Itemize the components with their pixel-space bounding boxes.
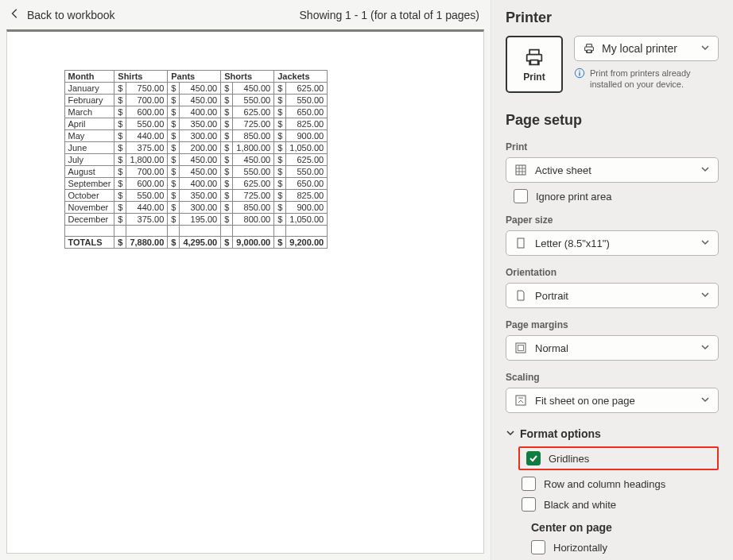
preview-page: MonthShirtsPantsShortsJacketsJanuary$750… <box>39 64 452 249</box>
printer-select[interactable]: My local printer <box>574 36 719 61</box>
paper-size-value: Letter (8.5"x11") <box>535 238 610 249</box>
page-setup-title: Page setup <box>506 112 719 129</box>
paper-size-label: Paper size <box>506 214 719 226</box>
printer-icon <box>523 46 545 68</box>
gridlines-label: Gridlines <box>549 453 589 465</box>
scaling-select[interactable]: Fit sheet on one page <box>506 388 719 413</box>
rowcol-headings-checkbox[interactable]: Row and column headings <box>522 477 719 491</box>
gridlines-checkbox[interactable]: Gridlines <box>526 451 714 465</box>
print-range-value: Active sheet <box>535 164 591 176</box>
scaling-icon <box>514 394 527 407</box>
printer-helper-text: Print from printers already installed on… <box>590 68 719 91</box>
svg-rect-4 <box>518 238 524 248</box>
print-preview-area: MonthShirtsPantsShortsJacketsJanuary$750… <box>6 29 484 554</box>
svg-rect-5 <box>516 343 526 353</box>
format-options-toggle[interactable]: Format options <box>506 427 719 440</box>
checkbox-checked-icon <box>526 451 541 465</box>
print-range-select[interactable]: Active sheet <box>506 157 719 183</box>
print-button-label: Print <box>523 71 545 83</box>
orientation-value: Portrait <box>535 290 568 302</box>
margins-label: Page margins <box>506 319 719 330</box>
margins-select[interactable]: Normal <box>506 335 719 361</box>
checkbox-icon <box>522 477 536 491</box>
chevron-down-icon <box>700 43 710 55</box>
data-table: MonthShirtsPantsShortsJacketsJanuary$750… <box>64 70 328 249</box>
printer-title: Printer <box>506 10 719 26</box>
checkbox-icon <box>514 189 528 203</box>
format-options-label: Format options <box>520 427 601 440</box>
center-horizontally-checkbox[interactable]: Horizontally <box>531 540 719 554</box>
back-label: Back to workbook <box>27 9 115 21</box>
margins-icon <box>514 342 527 354</box>
orientation-select[interactable]: Portrait <box>506 283 719 308</box>
black-white-checkbox[interactable]: Black and white <box>522 497 719 512</box>
chevron-down-icon <box>700 290 710 302</box>
print-button[interactable]: Print <box>506 36 563 93</box>
page-count-label: Showing 1 - 1 (for a total of 1 pages) <box>300 9 479 21</box>
svg-point-1 <box>579 71 580 71</box>
ignore-print-area-label: Ignore print area <box>536 191 611 203</box>
scaling-value: Fit sheet on one page <box>535 395 635 407</box>
ignore-print-area-checkbox[interactable]: Ignore print area <box>514 189 719 203</box>
highlight-box: Gridlines <box>518 446 719 470</box>
scaling-label: Scaling <box>506 372 719 383</box>
info-icon <box>574 68 585 79</box>
paper-size-select[interactable]: Letter (8.5"x11") <box>506 230 719 256</box>
sheet-icon <box>514 164 527 176</box>
chevron-down-icon <box>506 427 515 440</box>
chevron-down-icon <box>700 342 710 354</box>
svg-rect-3 <box>516 165 526 175</box>
printer-name: My local printer <box>602 42 677 55</box>
svg-rect-2 <box>579 72 580 75</box>
chevron-down-icon <box>700 238 710 249</box>
back-arrow-icon <box>10 8 21 21</box>
chevron-down-icon <box>700 395 710 407</box>
back-button[interactable]: Back to workbook <box>6 6 118 23</box>
black-white-label: Black and white <box>544 499 616 511</box>
preview-header: Back to workbook Showing 1 - 1 (for a to… <box>0 0 491 29</box>
printer-small-icon <box>583 42 595 55</box>
portrait-icon <box>514 289 527 302</box>
checkbox-icon <box>531 540 545 554</box>
paper-icon <box>514 237 527 249</box>
printer-helper: Print from printers already installed on… <box>574 68 719 91</box>
center-on-page-label: Center on page <box>531 521 719 534</box>
center-horizontally-label: Horizontally <box>553 542 607 554</box>
print-field-label: Print <box>506 141 719 153</box>
orientation-label: Orientation <box>506 267 719 278</box>
svg-rect-6 <box>518 346 524 351</box>
margins-value: Normal <box>535 342 568 354</box>
chevron-down-icon <box>700 164 710 176</box>
rowcol-headings-label: Row and column headings <box>544 478 665 490</box>
checkbox-icon <box>522 497 536 512</box>
